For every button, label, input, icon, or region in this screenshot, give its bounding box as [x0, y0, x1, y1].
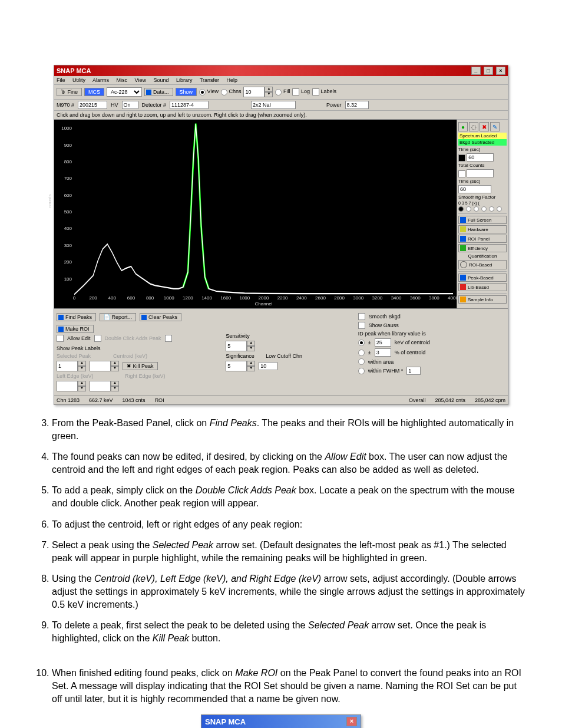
selected-peak-label: Selected Peak — [57, 353, 110, 359]
significance-spinner[interactable]: ▲▼ — [226, 361, 255, 371]
menu-sound[interactable]: Sound — [153, 77, 168, 83]
x-axis-title: Channel — [255, 301, 273, 307]
close-side-icon[interactable]: ✖ — [480, 122, 489, 131]
chns-radio[interactable] — [221, 89, 227, 95]
edit-icon[interactable]: ✎ — [490, 122, 500, 131]
instruction-item: From the Peak-Based Panel, click on Find… — [52, 417, 527, 442]
full-screen-button[interactable]: Full Screen — [458, 216, 507, 224]
menu-utility[interactable]: Utility — [72, 77, 85, 83]
menu-view[interactable]: View — [135, 77, 146, 83]
allow-edit-label: Allow Edit — [67, 335, 91, 341]
left-edge-label: Left Edge (keV) — [57, 373, 121, 379]
sb-overall-cnts: 285,042 cnts — [435, 397, 465, 403]
id-opt4-input[interactable] — [406, 367, 421, 375]
dialog-close-icon[interactable]: × — [346, 717, 357, 726]
centroid-spinner[interactable]: ▲▼ — [90, 361, 119, 371]
find-peaks-button[interactable]: Find Peaks — [57, 313, 96, 321]
minimize-icon[interactable]: _ — [471, 67, 481, 75]
opt2-pm: ± — [368, 350, 371, 355]
smooth-radios[interactable] — [458, 206, 507, 212]
kill-peak-button[interactable]: ✖ Kill Peak — [123, 362, 158, 370]
sb-roi: ROI — [155, 397, 164, 403]
snap-mca-window: SNAP MCA _ □ × File Utility Alarms Misc … — [54, 65, 508, 405]
id-opt1-input[interactable] — [375, 338, 391, 347]
time-label: Time (sec) — [458, 147, 507, 152]
maximize-icon[interactable]: □ — [484, 67, 493, 75]
labels-checkbox[interactable] — [312, 88, 319, 95]
significance-label: Significance — [226, 353, 254, 359]
log-checkbox[interactable] — [292, 88, 299, 95]
time-checkbox[interactable] — [458, 154, 465, 162]
show-labels-checkbox[interactable] — [165, 335, 172, 342]
labels-label: Labels — [321, 88, 337, 94]
view-radio[interactable] — [199, 89, 206, 95]
roi-panel-button[interactable]: ROI Panel — [458, 235, 507, 243]
selected-peak-spinner[interactable]: ▲▼ — [57, 361, 86, 371]
total-input[interactable] — [467, 169, 494, 177]
menubar: File Utility Alarms Misc View Sound Libr… — [54, 76, 508, 85]
sample-info-button[interactable]: Sample Info — [458, 295, 507, 304]
detector-type — [251, 101, 296, 109]
total-checkbox[interactable] — [458, 170, 465, 177]
make-roi-button[interactable]: Make ROI — [57, 325, 94, 333]
plot-area[interactable] — [74, 122, 453, 295]
instruction-text: From the Peak-Based Panel, click on Find… — [24, 417, 538, 705]
menu-misc[interactable]: Misc — [117, 77, 128, 83]
toolbar: 🖱 Fine MCS Ac-228 Data... Show View Chns… — [54, 85, 508, 100]
allow-edit-checkbox[interactable] — [57, 335, 64, 342]
fill-radio[interactable] — [275, 89, 282, 95]
id-opt3-radio[interactable] — [358, 358, 365, 365]
power-value — [345, 101, 369, 109]
hardware-button[interactable]: Hardware — [458, 225, 507, 233]
instruction-item: To add a peak, simply click on the Doubl… — [52, 484, 527, 509]
disk-icon[interactable]: ● — [458, 122, 468, 131]
spectrum-chart[interactable]: counts 1002003004005006007008009001000 0… — [54, 120, 457, 308]
total-counts-label: Total Counts — [458, 163, 507, 168]
sensitivity-spinner[interactable]: ▲▼ — [226, 341, 255, 351]
menu-transfer[interactable]: Transfer — [200, 77, 219, 83]
id-opt2-radio[interactable] — [358, 350, 365, 356]
hv-state — [122, 101, 138, 109]
hv-label: HV — [111, 102, 118, 108]
roi-based-button[interactable]: ROI-Based — [458, 260, 507, 269]
time-input[interactable] — [467, 153, 494, 162]
show-button[interactable]: Show — [176, 88, 197, 96]
detector-value — [170, 101, 209, 109]
show-gauss-checkbox[interactable] — [358, 322, 365, 329]
efficiency-button[interactable]: Efficiency — [458, 244, 507, 252]
time2-input[interactable] — [458, 185, 491, 193]
menu-alarms[interactable]: Alarms — [92, 77, 109, 83]
report-button[interactable]: 📄 Report... — [100, 313, 136, 321]
menu-help[interactable]: Help — [227, 77, 238, 83]
x-axis: 0200400600800100012001400160018002000220… — [74, 295, 453, 307]
peak-based-button[interactable]: Peak-Based — [458, 274, 507, 282]
menu-file[interactable]: File — [57, 77, 65, 83]
chns-spinner[interactable]: ▲▼ — [243, 87, 273, 97]
close-icon[interactable]: × — [496, 67, 505, 75]
data-button[interactable]: Data... — [144, 88, 173, 96]
smooth-bkgd-checkbox[interactable] — [358, 313, 365, 320]
low-cutoff-label: Low Cutoff Chn — [266, 353, 302, 359]
fill-label: Fill — [283, 88, 290, 94]
left-edge-spinner[interactable]: ▲▼ — [57, 381, 86, 391]
id-opt1-radio[interactable] — [358, 340, 365, 346]
spectrum-loaded-badge: Spectrum Loaded — [458, 133, 507, 139]
fine-button[interactable]: 🖱 Fine — [57, 88, 82, 96]
disk2-icon[interactable]: ◌ — [469, 122, 478, 131]
clear-peaks-button[interactable]: Clear Peaks — [140, 313, 181, 321]
instruction-item: To adjust the centroid, left or right ed… — [52, 518, 527, 531]
peaks-panel: Find Peaks 📄 Report... Clear Peaks Make … — [54, 308, 508, 396]
opt4-label: within FWHM * — [368, 368, 404, 374]
id-opt2-input[interactable] — [375, 348, 391, 357]
dialog-title: SNAP MCA — [205, 717, 246, 726]
instruction-item: To delete a peak, first select the peak … — [52, 619, 527, 644]
dbl-click-checkbox[interactable] — [94, 335, 101, 342]
instruction-item: Using the Centroid (keV), Left Edge (keV… — [52, 572, 527, 611]
right-edge-spinner[interactable]: ▲▼ — [90, 381, 119, 391]
low-cutoff-input[interactable] — [259, 362, 277, 370]
isotope-select[interactable]: Ac-228 — [107, 87, 142, 97]
mcs-button[interactable]: MCS — [84, 88, 104, 96]
lib-based-button[interactable]: Lib-Based — [458, 283, 507, 291]
menu-library[interactable]: Library — [176, 77, 193, 83]
id-opt4-radio[interactable] — [358, 368, 365, 374]
